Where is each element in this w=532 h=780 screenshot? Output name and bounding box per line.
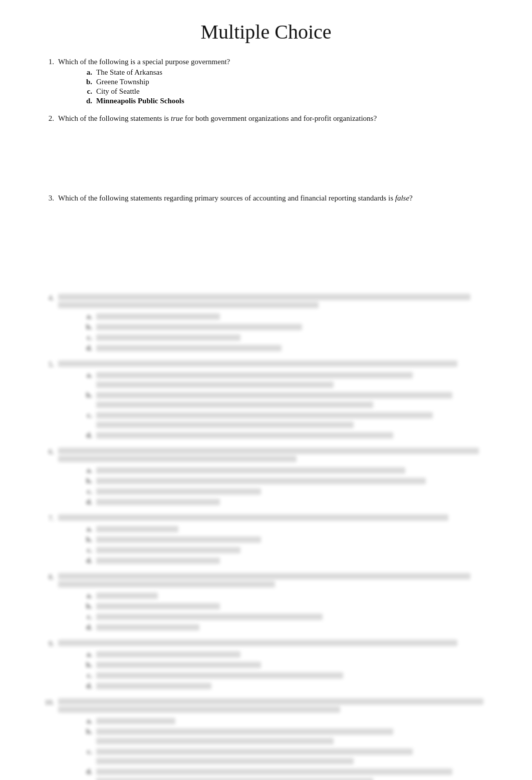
blurred-q4-answers: a. b. c. d. [80, 312, 492, 353]
page-title: Multiple Choice [40, 20, 492, 44]
q3-text-italic: false [395, 194, 409, 202]
q1-answer-a: a. The State of Arkansas [80, 68, 492, 77]
q1-answers: a. The State of Arkansas b. Greene Towns… [80, 68, 492, 105]
blurred-q10: 10. a. b. c. [40, 698, 492, 780]
blurred-q5: 5. a. b. c. [40, 360, 492, 441]
blurred-q8-num: 8. [40, 573, 54, 590]
q3-text: Which of the following statements regard… [58, 194, 492, 203]
blurred-q9-num: 9. [40, 640, 54, 648]
q1-letter-b: b. [80, 78, 92, 86]
question-2: 2. Which of the following statements is … [40, 114, 492, 185]
blurred-q6-num: 6. [40, 448, 54, 464]
blurred-q6: 6. a. b. c. d. [40, 448, 492, 507]
q1-letter-a: a. [80, 68, 92, 77]
q1-text-c: City of Seattle [96, 87, 140, 96]
blurred-q9: 9. a. b. c. d. [40, 640, 492, 691]
blurred-q7-answers: a. b. c. d. [80, 525, 492, 566]
question-3: 3. Which of the following statements reg… [40, 194, 492, 285]
q3-number: 3. [40, 194, 54, 203]
q1-letter-d: d. [80, 97, 92, 105]
q2-number: 2. [40, 114, 54, 123]
q1-text-b: Greene Township [96, 78, 149, 86]
blurred-q10-num: 10. [40, 698, 54, 715]
q1-text-d: Minneapolis Public Schools [96, 97, 184, 105]
q2-answer-spacer [40, 125, 492, 185]
q1-answer-b: b. Greene Township [80, 78, 492, 86]
q1-answer-c: c. City of Seattle [80, 87, 492, 96]
blurred-q8-answers: a. b. c. d. [80, 592, 492, 633]
blurred-q8: 8. a. b. c. d. [40, 573, 492, 633]
blurred-q7: 7. a. b. c. d. [40, 514, 492, 566]
blurred-q10-answers: a. b. c. d. [80, 717, 492, 780]
blurred-q9-answers: a. b. c. d. [80, 650, 492, 691]
q1-answer-d: d. Minneapolis Public Schools [80, 97, 492, 105]
blurred-q4-line2 [58, 302, 319, 308]
blurred-q5-answers: a. b. c. d. [80, 371, 492, 441]
q3-answer-spacer [40, 205, 492, 285]
blurred-q4-b: b. [80, 323, 492, 332]
blurred-q4-c: c. [80, 333, 492, 343]
q1-text: Which of the following is a special purp… [58, 58, 492, 66]
q2-text-prefix: Which of the following statements is [58, 114, 171, 122]
q2-text: Which of the following statements is tru… [58, 114, 492, 123]
blurred-q6-answers: a. b. c. d. [80, 466, 492, 507]
blurred-q4-d: d. [80, 344, 492, 353]
q2-text-suffix: for both government organizations and fo… [183, 114, 377, 122]
blurred-q4-line1 [58, 294, 470, 300]
blurred-section: 4. a. b. c. d. [40, 294, 492, 780]
blurred-q4-a: a. [80, 312, 492, 322]
question-1: 1. Which of the following is a special p… [40, 58, 492, 105]
blurred-q7-num: 7. [40, 514, 54, 523]
q1-letter-c: c. [80, 87, 92, 96]
blurred-q4: 4. a. b. c. d. [40, 294, 492, 353]
blurred-q5-num: 5. [40, 360, 54, 369]
q3-text-prefix: Which of the following statements regard… [58, 194, 395, 202]
q3-text-suffix: ? [409, 194, 413, 202]
q2-text-italic: true [171, 114, 183, 122]
q1-text-a: The State of Arkansas [96, 68, 162, 77]
q1-number: 1. [40, 58, 54, 66]
blurred-q4-num: 4. [40, 294, 54, 310]
